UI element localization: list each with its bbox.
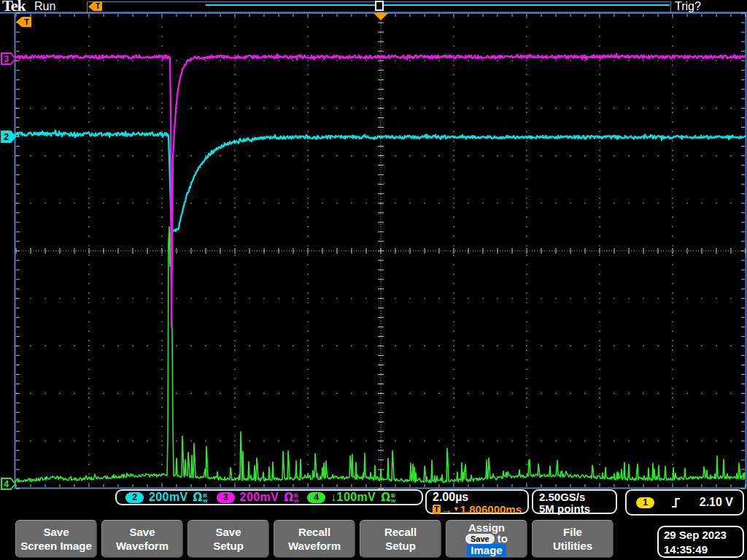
- delay-marker-icon: ▼: [453, 505, 460, 514]
- flag-label: T: [93, 1, 102, 11]
- marker-label: 3: [1, 52, 12, 65]
- channel2-marker[interactable]: 2: [1, 131, 16, 143]
- trigger-level: 2.10 V: [700, 497, 733, 508]
- expansion-point-icon[interactable]: [374, 13, 388, 20]
- channel3-marker[interactable]: 3: [1, 52, 16, 65]
- bandwidth-limit-icon: Bw: [391, 493, 395, 503]
- menu-button-save-waveform[interactable]: SaveWaveform: [101, 520, 183, 558]
- button-label-line1: Save: [102, 525, 182, 539]
- button-label-line2: Waveform: [102, 539, 182, 553]
- marker-label: 2: [1, 131, 12, 143]
- menu-button-assign-image[interactable]: AssignSave toImage: [446, 520, 527, 558]
- horizontal-scale: 2.00µs: [433, 491, 522, 503]
- menu-button-recall-setup[interactable]: RecallSetup: [360, 520, 441, 558]
- record-view-waveform: [206, 4, 670, 6]
- channel-readout-ch4[interactable]: 4↓100mVΩBw: [307, 491, 395, 503]
- button-label-line2: Setup: [188, 539, 268, 553]
- time-label: 14:35:49: [664, 542, 743, 557]
- trigger-offscreen-icon[interactable]: T: [16, 17, 31, 27]
- graticule-and-waveforms: [0, 0, 747, 560]
- trigger-source-badge: 1: [636, 497, 654, 508]
- trigger-readout-box[interactable]: 1 2.10 V: [625, 489, 744, 516]
- delay-arrow-icon: →: [441, 504, 452, 515]
- acquisition-readout-box[interactable]: 2.50GS/s 5M points: [532, 489, 617, 514]
- flag-arrow-icon: [88, 2, 93, 11]
- channel-scale: 200mV: [149, 491, 188, 503]
- trigger-t-icon: T: [433, 505, 441, 514]
- flag-label: T: [22, 17, 31, 27]
- record-trigger-position-icon[interactable]: T: [88, 1, 102, 11]
- horizontal-delay: 1.806000ms: [460, 504, 522, 515]
- channel-scale: ↓100mV: [330, 491, 376, 503]
- channel-badge: 2: [125, 492, 144, 503]
- ohm-icon: Ω: [284, 492, 293, 503]
- record-view-window-bracket[interactable]: [375, 1, 384, 11]
- rising-edge-icon: [670, 497, 681, 508]
- menu-button-save-screen-image[interactable]: SaveScreen Image: [15, 520, 97, 558]
- bandwidth-limit-icon: Bw: [203, 493, 207, 503]
- save-pill: Save: [465, 534, 495, 544]
- tek-logo: Tek: [2, 0, 26, 14]
- button-label-line2: Screen Image: [16, 539, 96, 553]
- bandwidth-limit-icon: Bw: [294, 493, 298, 503]
- channel-badge: 3: [217, 492, 235, 503]
- button-label-line1: File: [533, 525, 613, 539]
- record-length: 5M points: [539, 503, 610, 515]
- acquisition-status: Run: [34, 0, 55, 12]
- button-label-line2: Waveform: [274, 539, 355, 553]
- assign-target-highlight: Image: [467, 544, 506, 556]
- menu-button-recall-waveform[interactable]: RecallWaveform: [274, 520, 355, 558]
- horizontal-delay-row: T→▼1.806000ms: [433, 504, 522, 515]
- button-label-line1: Recall: [274, 525, 355, 539]
- channel-coupling: ΩBw: [284, 492, 298, 503]
- channel-readouts-box[interactable]: 2200mVΩBw3200mVΩBw4↓100mVΩBw: [115, 489, 423, 505]
- ohm-icon: Ω: [381, 492, 390, 503]
- channel-readout-ch3[interactable]: 3200mVΩBw: [217, 491, 299, 503]
- channel-scale: 200mV: [240, 491, 279, 503]
- button-label-line1: Recall: [360, 525, 441, 539]
- oscilloscope-screen: Tek Run T Trig? T 3 2 4 2200mVΩBw3200mVΩ…: [0, 0, 747, 560]
- button-label-line2: Setup: [360, 539, 441, 553]
- button-label-line1: Assign: [446, 522, 527, 533]
- ohm-icon: Ω: [193, 492, 203, 503]
- channel-badge: 4: [307, 492, 325, 503]
- datetime-box: 29 Sep 2023 14:35:49: [657, 526, 744, 558]
- channel-coupling: ΩBw: [193, 492, 208, 503]
- button-label-line1: Save: [188, 525, 268, 539]
- button-label-line2: Utilities: [533, 539, 613, 553]
- button-label-line1: Save: [16, 525, 96, 539]
- date-label: 29 Sep 2023: [664, 528, 743, 542]
- menu-button-save-setup[interactable]: SaveSetup: [187, 520, 269, 558]
- sample-rate: 2.50GS/s: [539, 491, 610, 503]
- channel-coupling: ΩBw: [381, 492, 395, 503]
- trigger-status: Trig?: [675, 0, 701, 12]
- menu-button-file-utilities[interactable]: FileUtilities: [532, 520, 614, 558]
- channel4-marker[interactable]: 4: [1, 478, 16, 490]
- marker-label: 4: [1, 478, 12, 490]
- button-label-line3: Image: [446, 544, 527, 556]
- button-label-line2: Save to: [446, 533, 527, 544]
- horizontal-readout-box[interactable]: 2.00µs T→▼1.806000ms: [425, 489, 529, 514]
- channel-readout-ch2[interactable]: 2200mVΩBw: [125, 491, 208, 503]
- flag-arrow-icon: [16, 17, 22, 27]
